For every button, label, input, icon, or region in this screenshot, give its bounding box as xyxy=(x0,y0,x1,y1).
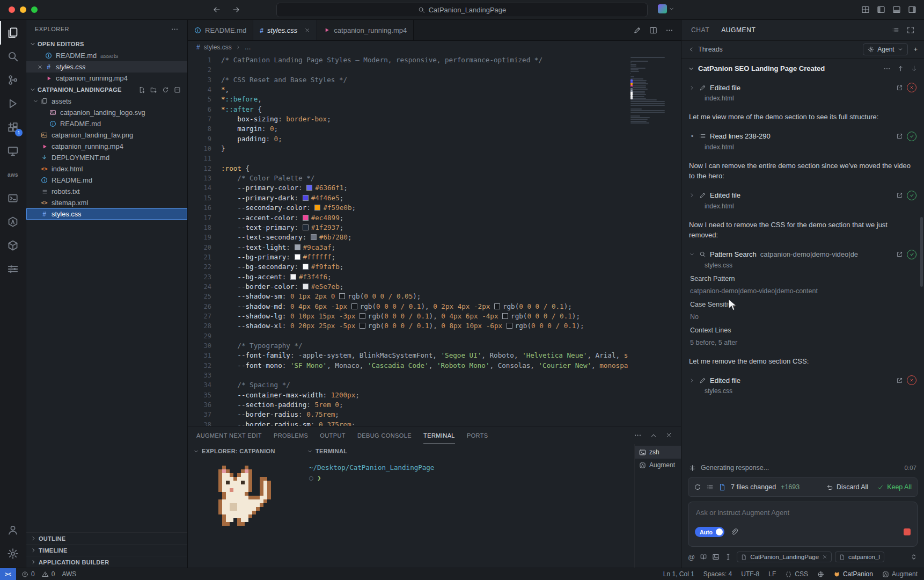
tree-item-DEPLOYMENT.md[interactable]: DEPLOYMENT.md xyxy=(26,152,187,163)
sync-icon[interactable] xyxy=(694,483,701,491)
new-file-icon[interactable] xyxy=(138,86,145,93)
open-external-icon[interactable] xyxy=(896,251,903,258)
augment-tab-augment[interactable]: AUGMENT xyxy=(721,26,756,34)
tool-call-edited-file[interactable]: Edited fileindex.html xyxy=(683,78,923,107)
remove-chip-icon[interactable] xyxy=(822,554,827,560)
terminal-instance-Augment[interactable]: Augment xyxy=(635,459,681,472)
close-panel-icon[interactable] xyxy=(665,432,672,439)
terminal-instance-zsh[interactable]: zsh xyxy=(635,446,681,459)
infrastructure-icon[interactable] xyxy=(0,257,26,281)
context-chip-CatPanion_LandingPage[interactable]: CatPanion_LandingPage xyxy=(737,552,832,562)
status-left-0[interactable]: 0 xyxy=(42,570,55,578)
ai-edit-icon[interactable] xyxy=(633,26,641,34)
tool-call-edited-file[interactable]: Edited filestyles.css xyxy=(683,371,923,400)
tree-item-sitemap.xml[interactable]: <>sitemap.xml xyxy=(26,197,187,208)
new-folder-icon[interactable] xyxy=(150,86,157,93)
chevron-left-icon[interactable] xyxy=(688,46,694,53)
tree-item-catpanion_running.mp4[interactable]: catpanion_running.mp4 xyxy=(26,141,187,152)
toggle-secondary-sidebar-icon[interactable] xyxy=(908,5,916,14)
toggle-panel-icon[interactable] xyxy=(892,5,901,14)
sidebar-section-application-builder[interactable]: APPLICATION BUILDER xyxy=(26,556,187,568)
context-library-icon[interactable] xyxy=(700,553,707,561)
open-editor-styles.css[interactable]: #styles.css xyxy=(26,61,187,73)
discard-all-button[interactable]: Discard All xyxy=(826,483,868,491)
panel-more-icon[interactable] xyxy=(634,431,642,439)
back-icon[interactable] xyxy=(212,5,221,14)
source-control-icon[interactable] xyxy=(0,68,26,92)
tab-catpanion_running.mp4[interactable]: catpanion_running.mp4 xyxy=(317,20,414,40)
aws-icon[interactable]: aws xyxy=(0,163,26,186)
terminal-view[interactable]: TERMINAL ~/Desktop/CatPanion_LandingPage… xyxy=(302,444,634,568)
image-context-icon[interactable] xyxy=(712,553,720,561)
status-left-0[interactable]: 0 xyxy=(21,570,35,578)
file-view-icon[interactable] xyxy=(718,483,726,491)
scrollbar[interactable] xyxy=(920,217,923,287)
tab-README.md[interactable]: README.md xyxy=(188,20,253,40)
close-window-button[interactable] xyxy=(9,6,15,13)
status-right-spaces-4[interactable]: Spaces: 4 xyxy=(703,570,732,578)
tree-item-README.md[interactable]: README.md xyxy=(26,175,187,186)
status-right-catpanion[interactable]: CatPanion xyxy=(833,570,873,578)
code-editor[interactable]: 1/* CatPanion Landing Page Styles — Mode… xyxy=(188,54,681,426)
expand-input-icon[interactable] xyxy=(910,553,918,561)
toolkit-icon[interactable] xyxy=(0,186,26,210)
status-right-globe[interactable] xyxy=(817,571,824,578)
sidebar-section-outline[interactable]: OUTLINE xyxy=(26,532,187,544)
command-center-search[interactable]: CatPanion_LandingPage xyxy=(276,3,648,17)
scroll-up-icon[interactable] xyxy=(897,65,904,73)
collapse-all-icon[interactable] xyxy=(174,86,181,93)
status-left-aws[interactable]: AWS xyxy=(62,570,76,578)
project-header[interactable]: CATPANION_LANDINGPAGE xyxy=(26,84,187,96)
minimap[interactable] xyxy=(628,54,681,426)
text-cursor-icon[interactable] xyxy=(724,553,732,561)
thread-more-icon[interactable] xyxy=(883,65,891,73)
chevron-icon[interactable] xyxy=(689,251,695,257)
refresh-icon[interactable] xyxy=(162,86,169,93)
search-icon[interactable] xyxy=(0,45,26,68)
open-external-icon[interactable] xyxy=(896,377,903,384)
chevron-down-icon[interactable] xyxy=(32,98,39,104)
context-chip-catpanion_l[interactable]: catpanion_l xyxy=(835,552,884,562)
threads-label[interactable]: Threads xyxy=(698,46,723,53)
tool-call-edited-file[interactable]: Edited fileindex.html xyxy=(683,186,923,215)
docker-icon[interactable] xyxy=(0,234,26,257)
open-editors-header[interactable]: OPEN EDITORS xyxy=(26,38,187,50)
panel-tab-augment-next-edit[interactable]: AUGMENT NEXT EDIT xyxy=(196,426,262,444)
status-right-augment[interactable]: Augment xyxy=(882,570,918,578)
remote-explorer-icon[interactable] xyxy=(0,139,26,163)
close-tab-icon[interactable] xyxy=(304,27,310,33)
terminal-header[interactable]: TERMINAL xyxy=(302,444,634,458)
panel-tab-terminal[interactable]: TERMINAL xyxy=(423,426,455,444)
breadcrumb[interactable]: # styles.css … xyxy=(188,41,681,54)
scroll-down-icon[interactable] xyxy=(911,65,918,73)
titlebar-extension-button[interactable] xyxy=(658,4,674,13)
status-right-lf[interactable]: LF xyxy=(768,570,776,578)
status-right-utf-8[interactable]: UTF-8 xyxy=(741,570,759,578)
terminal-content[interactable]: ~/Desktop/CatPanion_LandingPage ○ ❯ xyxy=(302,458,634,487)
open-external-icon[interactable] xyxy=(896,133,903,140)
customize-layout-icon[interactable] xyxy=(861,5,870,14)
open-external-icon[interactable] xyxy=(896,192,903,199)
list-view-icon[interactable] xyxy=(706,483,714,491)
maximize-panel-icon[interactable] xyxy=(650,432,657,439)
stop-icon[interactable] xyxy=(904,528,911,535)
attach-icon[interactable] xyxy=(730,528,738,536)
expand-icon[interactable] xyxy=(907,26,914,34)
panel-explorer-header[interactable]: EXPLORER: CATPANION xyxy=(188,444,302,458)
panel-tab-ports[interactable]: PORTS xyxy=(467,426,488,444)
sidebar-more-icon[interactable] xyxy=(171,25,179,33)
panel-tab-debug-console[interactable]: DEBUG CONSOLE xyxy=(357,426,412,444)
tree-item-index.html[interactable]: <>index.html xyxy=(26,163,187,175)
chevron-icon[interactable] xyxy=(689,378,695,383)
toggle-sidebar-icon[interactable] xyxy=(877,5,885,14)
panel-tab-output[interactable]: OUTPUT xyxy=(320,426,346,444)
more-actions-icon[interactable] xyxy=(665,26,673,34)
status-right-css[interactable]: CSS xyxy=(785,570,808,578)
chevron-icon[interactable] xyxy=(689,85,695,91)
panel-tab-problems[interactable]: PROBLEMS xyxy=(274,426,308,444)
remote-indicator[interactable]: >< xyxy=(0,568,16,580)
minimize-window-button[interactable] xyxy=(20,6,26,13)
tool-call-read-lines-238-290[interactable]: •Read lines 238-290index.html xyxy=(683,127,923,156)
tree-item-catpanion_landing_fav.png[interactable]: catpanion_landing_fav.png xyxy=(26,129,187,141)
thread-title-row[interactable]: CatPanion SEO Landing Page Created xyxy=(681,59,924,77)
